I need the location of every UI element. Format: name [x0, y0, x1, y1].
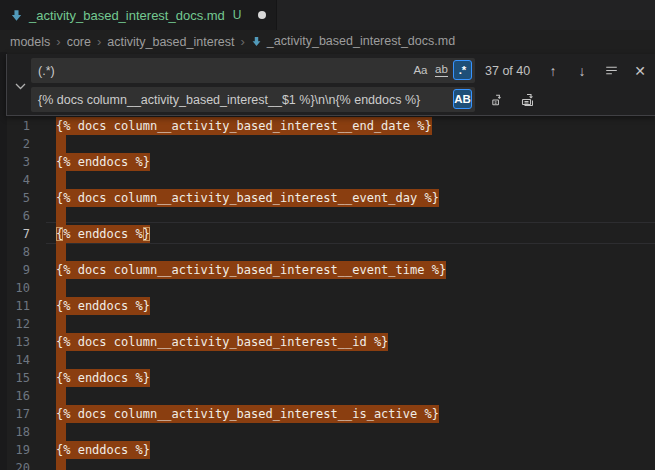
- line-text: {% enddocs %}: [56, 153, 150, 171]
- match-count: 37 of 40: [485, 64, 530, 78]
- code-line[interactable]: 5{% docs column__activity_based_interest…: [0, 189, 655, 207]
- code-line[interactable]: 19{% enddocs %}: [0, 441, 655, 459]
- code-area[interactable]: 1{% docs column__activity_based_interest…: [0, 117, 655, 470]
- code-line[interactable]: 12: [0, 315, 655, 333]
- match-case-toggle[interactable]: Aa: [411, 60, 430, 80]
- replace-all-button[interactable]: [518, 90, 538, 110]
- line-number: 10: [0, 279, 30, 297]
- line-number: 11: [0, 297, 30, 315]
- line-number: 7: [0, 225, 30, 243]
- line-number: 4: [0, 171, 30, 189]
- breadcrumb-file[interactable]: _activity_based_interest_docs.md: [251, 34, 455, 48]
- line-text: [56, 387, 66, 405]
- line-number: 19: [0, 441, 30, 459]
- code-line[interactable]: 20: [0, 459, 655, 470]
- code-line[interactable]: 17{% docs column__activity_based_interes…: [0, 405, 655, 423]
- line-text: [56, 171, 66, 189]
- line-text: [56, 207, 66, 225]
- find-match-highlight: {% docs column__activity_based_interest_…: [56, 405, 439, 423]
- line-text: [56, 459, 66, 470]
- empty-line-match-highlight: [56, 459, 66, 470]
- code-line[interactable]: 2: [0, 135, 655, 153]
- line-number: 20: [0, 459, 30, 470]
- matching-bracket-open: {: [56, 227, 63, 241]
- replace-input[interactable]: {% docs column__activity_based_interest_…: [31, 87, 475, 112]
- code-line[interactable]: 18: [0, 423, 655, 441]
- line-text: {% docs column__activity_based_interest_…: [56, 333, 388, 351]
- code-line[interactable]: 15{% enddocs %}: [0, 369, 655, 387]
- code-line[interactable]: 7{% enddocs %}: [0, 225, 655, 243]
- line-number: 18: [0, 423, 30, 441]
- empty-line-match-highlight: [56, 423, 66, 441]
- line-text: [56, 315, 66, 333]
- line-number: 15: [0, 369, 30, 387]
- line-text: {% enddocs %}: [56, 441, 150, 459]
- find-match-highlight: {% docs column__activity_based_interest_…: [56, 333, 388, 351]
- line-number: 17: [0, 405, 30, 423]
- breadcrumb-item[interactable]: models: [10, 35, 50, 49]
- code-line[interactable]: 9{% docs column__activity_based_interest…: [0, 261, 655, 279]
- line-number: 8: [0, 243, 30, 261]
- line-number: 16: [0, 387, 30, 405]
- line-number: 1: [0, 117, 30, 135]
- line-number: 2: [0, 135, 30, 153]
- code-line[interactable]: 1{% docs column__activity_based_interest…: [0, 117, 655, 135]
- empty-line-match-highlight: [56, 207, 66, 225]
- code-line[interactable]: 14: [0, 351, 655, 369]
- previous-match-button[interactable]: ↑: [543, 61, 563, 81]
- line-number: 6: [0, 207, 30, 225]
- empty-line-match-highlight: [56, 351, 66, 369]
- modified-dot-icon[interactable]: [258, 11, 266, 19]
- line-text: {% enddocs %}: [56, 369, 150, 387]
- empty-line-match-highlight: [56, 171, 66, 189]
- matching-bracket-close: }: [143, 227, 150, 241]
- empty-line-match-highlight: [56, 279, 66, 297]
- find-in-selection-button[interactable]: [601, 61, 621, 81]
- empty-line-match-highlight: [56, 315, 66, 333]
- replace-button[interactable]: [487, 90, 507, 110]
- line-number: 5: [0, 189, 30, 207]
- code-line[interactable]: 3{% enddocs %}: [0, 153, 655, 171]
- tab-filename: _activity_based_interest_docs.md: [29, 8, 225, 23]
- line-text: {% docs column__activity_based_interest_…: [56, 189, 439, 207]
- code-line[interactable]: 4: [0, 171, 655, 189]
- line-text: [56, 135, 66, 153]
- next-match-button[interactable]: ↓: [572, 61, 592, 81]
- breadcrumb-separator: ›: [234, 34, 250, 49]
- code-line[interactable]: 13{% docs column__activity_based_interes…: [0, 333, 655, 351]
- preserve-case-toggle[interactable]: AB: [453, 89, 472, 109]
- line-text: [56, 243, 66, 261]
- line-text: {% enddocs %}: [56, 297, 150, 315]
- find-input[interactable]: (.*) Aa ab .*: [31, 58, 475, 83]
- line-number: 14: [0, 351, 30, 369]
- regex-toggle[interactable]: .*: [453, 60, 472, 80]
- code-line[interactable]: 16: [0, 387, 655, 405]
- find-match-highlight: {% enddocs %}: [56, 153, 150, 171]
- line-text: {% docs column__activity_based_interest_…: [56, 117, 432, 135]
- line-text: {% docs column__activity_based_interest_…: [56, 261, 446, 279]
- tab-active[interactable]: _activity_based_interest_docs.md U: [0, 0, 277, 30]
- markdown-icon: [10, 9, 23, 22]
- breadcrumb-separator: ›: [91, 34, 107, 49]
- breadcrumb: models›core›activity_based_interest› _ac…: [0, 30, 655, 52]
- find-match-highlight: {% docs column__activity_based_interest_…: [56, 117, 432, 135]
- git-status-badge: U: [233, 8, 242, 22]
- empty-line-match-highlight: [56, 135, 66, 153]
- breadcrumb-separator: ›: [50, 34, 66, 49]
- whole-word-toggle[interactable]: ab: [432, 60, 451, 80]
- breadcrumb-item[interactable]: core: [67, 35, 91, 49]
- close-find-button[interactable]: ✕: [630, 61, 650, 81]
- find-match-highlight: {% enddocs %}: [56, 225, 150, 243]
- code-line[interactable]: 8: [0, 243, 655, 261]
- empty-line-match-highlight: [56, 243, 66, 261]
- code-line[interactable]: 10: [0, 279, 655, 297]
- breadcrumb-item[interactable]: activity_based_interest: [107, 35, 234, 49]
- code-line[interactable]: 11{% enddocs %}: [0, 297, 655, 315]
- editor-pane[interactable]: (.*) Aa ab .* 37 of 40 ↑ ↓ ✕: [0, 52, 655, 470]
- toggle-replace-chevron-icon[interactable]: [12, 80, 28, 92]
- find-match-highlight: {% enddocs %}: [56, 297, 150, 315]
- empty-line-match-highlight: [56, 387, 66, 405]
- line-text: {% enddocs %}: [56, 225, 150, 243]
- tab-bar: _activity_based_interest_docs.md U: [0, 0, 655, 30]
- line-number: 12: [0, 315, 30, 333]
